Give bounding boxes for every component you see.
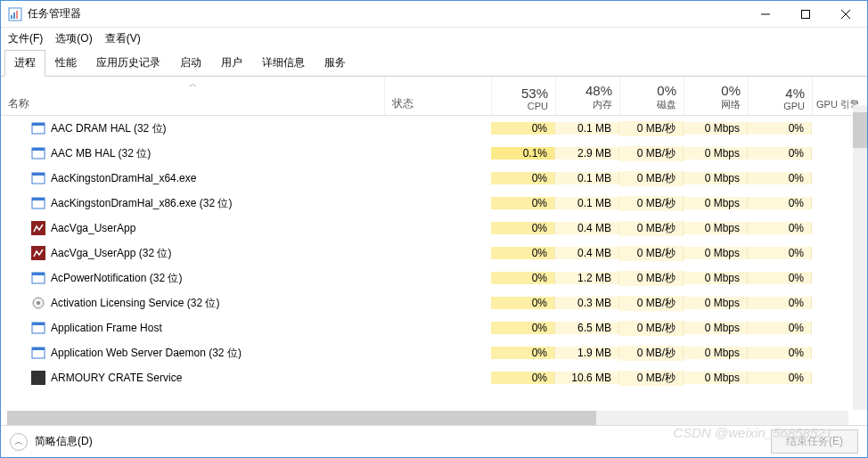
process-name: Application Web Server Daemon (32 位) (51, 346, 242, 361)
tab-4[interactable]: 用户 (211, 50, 252, 76)
process-cpu-cell: 0% (491, 197, 555, 209)
table-row[interactable]: Application Frame Host0%6.5 MB0 MB/秒0 Mb… (1, 315, 867, 340)
process-network-cell: 0 Mbps (684, 172, 748, 184)
minimize-button[interactable] (745, 2, 785, 27)
process-gpu-cell: 0% (748, 322, 812, 334)
process-disk-cell: 0 MB/秒 (619, 146, 684, 161)
network-label: 网络 (692, 98, 741, 111)
process-gpu-cell: 0% (748, 372, 812, 384)
maximize-button[interactable] (785, 2, 825, 27)
process-name: AacKingstonDramHal_x86.exe (32 位) (51, 196, 232, 211)
horizontal-scrollbar[interactable] (7, 411, 848, 425)
statusbar: ︿ 简略信息(D) 结束任务(E) (1, 425, 867, 457)
table-header: ︿ 名称 状态 53%CPU 48%内存 0%磁盘 0%网络 4%GPU GPU… (1, 77, 867, 116)
gpu-engine-label: GPU 引擎 (816, 98, 858, 111)
process-disk-cell: 0 MB/秒 (619, 221, 684, 236)
process-name: AacVga_UserApp (32 位) (51, 246, 171, 261)
svg-rect-2 (13, 12, 15, 19)
process-icon (31, 371, 45, 385)
tab-5[interactable]: 详细信息 (252, 50, 315, 76)
process-gpu-cell: 0% (748, 347, 812, 359)
process-icon (31, 246, 45, 260)
column-disk[interactable]: 0%磁盘 (619, 77, 684, 115)
column-status[interactable]: 状态 (384, 77, 491, 115)
process-name-cell: AacVga_UserApp (1, 221, 384, 235)
process-memory-cell: 1.2 MB (555, 272, 619, 284)
tab-2[interactable]: 应用历史记录 (86, 50, 170, 76)
process-icon (31, 196, 45, 210)
table-row[interactable]: AacVga_UserApp (32 位)0%0.4 MB0 MB/秒0 Mbp… (1, 241, 867, 266)
process-memory-cell: 10.6 MB (555, 372, 619, 384)
process-network-cell: 0 Mbps (684, 122, 748, 135)
column-name[interactable]: ︿ 名称 (1, 77, 384, 115)
table-row[interactable]: AAC DRAM HAL (32 位)0%0.1 MB0 MB/秒0 Mbps0… (1, 116, 867, 141)
process-icon (31, 296, 45, 310)
column-memory[interactable]: 48%内存 (555, 77, 619, 115)
svg-point-21 (37, 301, 40, 305)
tab-1[interactable]: 性能 (45, 50, 86, 76)
task-manager-icon (8, 7, 22, 21)
svg-rect-1 (11, 15, 12, 19)
process-network-cell: 0 Mbps (684, 247, 748, 259)
process-memory-cell: 6.5 MB (555, 322, 619, 334)
cpu-label: CPU (499, 101, 548, 111)
chevron-up-icon: ︿ (14, 436, 23, 448)
menubar: 文件(F) 选项(O) 查看(V) (1, 28, 867, 50)
svg-rect-15 (32, 198, 45, 200)
process-name-cell: AacKingstonDramHal_x64.exe (1, 171, 384, 185)
vertical-scrollbar-thumb[interactable] (853, 112, 867, 148)
vertical-scrollbar[interactable] (853, 105, 867, 410)
table-row[interactable]: AacVga_UserApp0%0.4 MB0 MB/秒0 Mbps0% (1, 216, 867, 241)
svg-rect-11 (32, 148, 45, 151)
column-gpu[interactable]: 4%GPU (748, 77, 812, 115)
end-task-button[interactable]: 结束任务(E) (771, 429, 858, 454)
process-name: AacVga_UserApp (51, 222, 135, 234)
process-disk-cell: 0 MB/秒 (619, 296, 684, 311)
sort-indicator-icon: ︿ (189, 78, 197, 90)
process-network-cell: 0 Mbps (684, 322, 748, 334)
menu-view[interactable]: 查看(V) (105, 31, 141, 46)
process-name-cell: AcPowerNotification (32 位) (1, 271, 384, 286)
table-row[interactable]: AAC MB HAL (32 位)0.1%2.9 MB0 MB/秒0 Mbps0… (1, 141, 867, 166)
svg-rect-13 (32, 173, 45, 176)
table-body[interactable]: AAC DRAM HAL (32 位)0%0.1 MB0 MB/秒0 Mbps0… (1, 116, 867, 425)
process-disk-cell: 0 MB/秒 (619, 371, 684, 386)
process-gpu-cell: 0% (748, 297, 812, 309)
horizontal-scrollbar-thumb[interactable] (7, 411, 596, 425)
column-network[interactable]: 0%网络 (684, 77, 748, 115)
column-cpu[interactable]: 53%CPU (491, 77, 555, 115)
table-row[interactable]: AcPowerNotification (32 位)0%1.2 MB0 MB/秒… (1, 266, 867, 290)
fewer-details-button[interactable]: ︿ (10, 433, 28, 451)
process-gpu-cell: 0% (748, 222, 812, 234)
tab-3[interactable]: 启动 (170, 50, 211, 76)
menu-file[interactable]: 文件(F) (8, 31, 43, 46)
menu-options[interactable]: 选项(O) (55, 31, 92, 46)
tab-0[interactable]: 进程 (4, 50, 45, 77)
process-icon (31, 121, 45, 135)
table-row[interactable]: Application Web Server Daemon (32 位)0%1.… (1, 340, 867, 365)
svg-rect-3 (16, 11, 18, 19)
process-cpu-cell: 0% (491, 247, 555, 259)
titlebar[interactable]: 任务管理器 (1, 1, 867, 28)
process-icon (31, 146, 45, 160)
process-memory-cell: 0.1 MB (555, 172, 619, 184)
close-button[interactable] (825, 2, 865, 27)
process-name: AAC DRAM HAL (32 位) (51, 121, 167, 136)
table-row[interactable]: AacKingstonDramHal_x86.exe (32 位)0%0.1 M… (1, 191, 867, 216)
process-name: AAC MB HAL (32 位) (51, 146, 151, 161)
svg-rect-26 (31, 371, 45, 385)
process-disk-cell: 0 MB/秒 (619, 271, 684, 286)
tab-6[interactable]: 服务 (315, 50, 356, 76)
process-name-cell: AacVga_UserApp (32 位) (1, 246, 384, 261)
table-row[interactable]: Activation Licensing Service (32 位)0%0.3… (1, 290, 867, 315)
process-network-cell: 0 Mbps (684, 222, 748, 234)
process-cpu-cell: 0% (491, 172, 555, 184)
svg-rect-23 (32, 323, 45, 325)
table-row[interactable]: AacKingstonDramHal_x64.exe0%0.1 MB0 MB/秒… (1, 166, 867, 191)
process-memory-cell: 0.4 MB (555, 247, 619, 259)
table-row[interactable]: ARMOURY CRATE Service0%10.6 MB0 MB/秒0 Mb… (1, 365, 867, 390)
process-memory-cell: 2.9 MB (555, 147, 619, 159)
fewer-details-label[interactable]: 简略信息(D) (35, 434, 93, 449)
process-gpu-cell: 0% (748, 122, 812, 135)
svg-rect-9 (32, 123, 45, 126)
